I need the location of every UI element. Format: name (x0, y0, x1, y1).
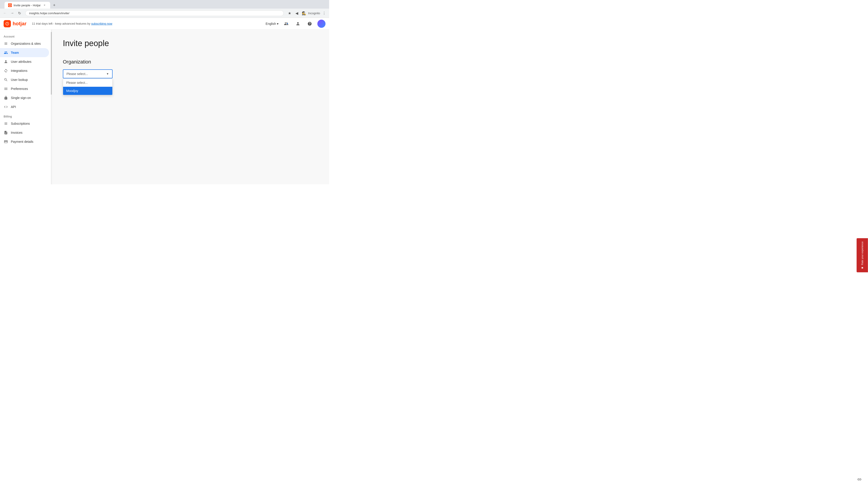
topbar-right: English ▾ (266, 20, 326, 28)
address-text: insights.hotjar.com/team/invite/ (29, 11, 69, 15)
user-attributes-icon (4, 59, 8, 64)
sidebar-item-sso-label: Single sign-on (11, 96, 31, 100)
organization-dropdown-trigger[interactable]: Please select... ▼ (63, 69, 113, 78)
preferences-icon (4, 87, 8, 91)
active-tab[interactable]: Invite people - Hotjar × (4, 2, 50, 8)
sidebar-item-preferences-label: Preferences (11, 87, 28, 91)
browser-chrome: Invite people - Hotjar × + ← → ↻ insight… (0, 0, 329, 18)
help-icon-button[interactable] (306, 20, 314, 28)
tab-favicon (8, 3, 12, 7)
tab-close-button[interactable]: × (42, 3, 46, 7)
sidebar-item-sso[interactable]: Single sign-on (0, 93, 52, 102)
hotjar-logo[interactable]: hotjar (4, 20, 26, 27)
sidebar-item-team[interactable]: Team (0, 48, 49, 57)
incognito-label: Incognito (308, 11, 320, 15)
organization-section-title: Organization (63, 59, 318, 65)
sidebar-item-invoices-label: Invoices (11, 131, 22, 134)
incognito-button[interactable]: 🕵 (301, 10, 307, 16)
main-content: Invite people Organization Please select… (52, 30, 329, 184)
organization-dropdown-container: Please select... ▼ Please select... Mood… (63, 69, 113, 78)
new-tab-button[interactable]: + (51, 2, 57, 8)
sidebar-item-payment-details[interactable]: Payment details (0, 137, 52, 146)
sidebar-item-team-label: Team (11, 51, 19, 55)
sidebar-item-subscriptions[interactable]: Subscriptions (0, 119, 52, 128)
back-button[interactable]: ← (2, 10, 8, 16)
nav-bar: ← → ↻ insights.hotjar.com/team/invite/ ★… (0, 8, 329, 18)
language-selector[interactable]: English ▾ (266, 22, 278, 26)
nav-right-controls: ★ ◀ 🕵 Incognito ⋮ (286, 10, 327, 16)
sidebar-item-api-label: API (11, 105, 16, 109)
sidebar-item-organizations[interactable]: Organizations & sites (0, 39, 52, 48)
user-avatar[interactable] (317, 20, 326, 28)
trial-text: 11 trial days left - keep advanced featu… (32, 22, 112, 25)
menu-button[interactable]: ⋮ (321, 10, 327, 16)
hotjar-logo-icon (4, 20, 11, 27)
tab-bar: Invite people - Hotjar × + (0, 0, 329, 8)
user-lookup-icon (4, 77, 8, 82)
tab-title: Invite people - Hotjar (13, 4, 41, 7)
bookmark-button[interactable]: ★ (286, 10, 293, 16)
sidebar-item-invoices[interactable]: Invoices (0, 128, 52, 137)
sidebar-item-organizations-label: Organizations & sites (11, 42, 41, 45)
sidebar-item-user-lookup-label: User lookup (11, 78, 28, 82)
sidebar-item-user-attributes[interactable]: User attributes (0, 57, 52, 66)
sso-icon (4, 96, 8, 100)
extensions-button[interactable]: ◀ (293, 10, 300, 16)
sidebar-item-integrations-label: Integrations (11, 69, 27, 72)
team-icon (4, 51, 8, 55)
payment-details-icon (4, 139, 8, 144)
hotjar-topbar: hotjar 11 trial days left - keep advance… (0, 18, 329, 30)
sidebar: Account Organizations & sites Team (0, 30, 52, 184)
billing-section-label: Billing (0, 113, 52, 119)
new-user-icon-button[interactable] (282, 20, 290, 28)
sidebar-item-subscriptions-label: Subscriptions (11, 122, 30, 125)
forward-button[interactable]: → (9, 10, 16, 16)
account-section-label: Account (0, 33, 52, 39)
logo-text: hotjar (13, 21, 26, 27)
invoices-icon (4, 130, 8, 135)
subscriptions-icon (4, 121, 8, 126)
reload-button[interactable]: ↻ (16, 10, 23, 16)
organization-dropdown-menu: Please select... Moodjoy (63, 78, 113, 95)
sidebar-item-user-attributes-label: User attributes (11, 60, 31, 64)
dropdown-selected-value: Please select... (66, 72, 88, 76)
dropdown-option-moodjoy[interactable]: Moodjoy (63, 87, 112, 95)
app-layout: Account Organizations & sites Team (0, 30, 329, 184)
dropdown-arrow-icon: ▼ (106, 72, 109, 75)
sidebar-item-preferences[interactable]: Preferences (0, 84, 52, 93)
organizations-icon (4, 41, 8, 46)
sidebar-item-payment-details-label: Payment details (11, 140, 33, 143)
integrations-icon (4, 68, 8, 73)
sidebar-item-api[interactable]: API (0, 102, 52, 111)
dropdown-option-please-select[interactable]: Please select... (63, 78, 112, 87)
address-bar[interactable]: insights.hotjar.com/team/invite/ (25, 10, 284, 16)
subscribe-link[interactable]: subscribing now (91, 22, 112, 25)
add-person-icon-button[interactable] (294, 20, 302, 28)
api-icon (4, 105, 8, 109)
page-title: Invite people (63, 39, 318, 48)
sidebar-item-integrations[interactable]: Integrations (0, 66, 52, 75)
sidebar-item-user-lookup[interactable]: User lookup (0, 75, 52, 84)
